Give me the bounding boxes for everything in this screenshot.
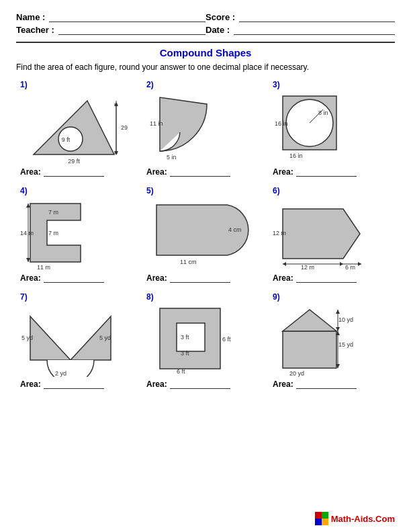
svg-text:11 m: 11 m	[37, 264, 50, 271]
problem-1: 1) 9 ft 29 ft 29 ft	[16, 77, 142, 183]
svg-text:11 in: 11 in	[150, 120, 163, 127]
instructions: Find the area of each figure, round your…	[16, 62, 395, 72]
problem-5: 5) 4 cm 11 cm Area:	[142, 183, 269, 290]
area-line-8	[170, 380, 230, 389]
svg-text:10 yd: 10 yd	[338, 316, 353, 323]
area-label-9: Area:	[273, 380, 293, 389]
area-row-4: Area:	[20, 273, 138, 283]
area-label-5: Area:	[146, 273, 167, 283]
svg-text:5 in: 5 in	[167, 154, 177, 161]
svg-text:6 m: 6 m	[345, 264, 355, 271]
name-label: Name :	[16, 12, 45, 22]
logo-area: Math-Aids.Com	[315, 512, 395, 525]
figure-2: 11 in 5 in	[146, 91, 254, 165]
problem-6: 6) 12 m 12 m 6 m	[269, 183, 395, 290]
svg-marker-31	[283, 262, 286, 266]
figure-5: 4 cm 11 cm	[146, 197, 254, 271]
area-row-3: Area:	[273, 167, 391, 177]
svg-3: 8 in 16 in 16 in	[273, 91, 380, 165]
svg-6: 12 m 12 m 6 m	[273, 197, 380, 271]
svg-text:6 ft: 6 ft	[222, 336, 231, 343]
svg-text:5 yd: 5 yd	[21, 335, 33, 341]
figure-4: 14 m 11 m 7 m 7 m	[20, 197, 128, 271]
problem-8-number: 8)	[146, 292, 265, 302]
svg-text:29 ft: 29 ft	[68, 158, 80, 165]
svg-text:5 yd: 5 yd	[99, 335, 111, 341]
problem-4: 4) 14 m 11 m 7 m 7 m	[16, 183, 142, 290]
figure-8: 6 ft 6 ft 3 ft 3 ft	[146, 303, 254, 377]
svg-text:9 ft: 9 ft	[62, 136, 71, 143]
area-label-1: Area:	[20, 167, 41, 177]
area-line-5	[170, 273, 230, 283]
figure-9: 10 yd 15 yd 20 yd	[273, 303, 380, 377]
svg-text:12 m: 12 m	[301, 264, 314, 271]
svg-rect-61	[315, 519, 322, 525]
area-line-7	[44, 380, 104, 389]
svg-text:20 yd: 20 yd	[289, 370, 304, 377]
area-label-7: Area:	[20, 380, 41, 389]
logo-text: Math-Aids.Com	[331, 514, 395, 524]
svg-marker-35	[358, 262, 361, 266]
svg-text:3 ft: 3 ft	[181, 334, 189, 341]
area-line-1	[44, 167, 104, 177]
problem-9-number: 9)	[273, 292, 391, 302]
svg-text:6 ft: 6 ft	[177, 368, 185, 375]
problem-3-number: 3)	[273, 80, 391, 89]
page: Name : Score : Teacher : Date : Compound…	[0, 0, 411, 532]
svg-2: 11 in 5 in	[146, 91, 254, 165]
area-label-2: Area:	[146, 167, 167, 177]
svg-text:8 in: 8 in	[318, 109, 328, 116]
svg-text:7 m: 7 m	[48, 230, 58, 236]
score-row: Score :	[205, 12, 395, 22]
svg-marker-37	[30, 316, 71, 360]
area-label-8: Area:	[146, 380, 167, 389]
problem-3: 3) 8 in 16 in 16 in Area:	[269, 77, 395, 183]
svg-text:2 yd: 2 yd	[55, 370, 66, 377]
svg-text:11 cm: 11 cm	[180, 259, 197, 265]
svg-text:29 ft: 29 ft	[121, 124, 128, 131]
svg-4: 14 m 11 m 7 m 7 m	[20, 197, 128, 271]
problem-2: 2) 11 in 5 in Area:	[142, 77, 269, 183]
svg-marker-32	[340, 262, 343, 266]
svg-text:16 in: 16 in	[289, 152, 303, 159]
svg-1: 9 ft 29 ft 29 ft	[20, 91, 128, 165]
score-label: Score :	[205, 12, 235, 22]
date-label: Date :	[205, 25, 230, 35]
problem-8: 8) 6 ft 6 ft 3 ft 3 ft Area:	[142, 290, 269, 396]
problem-1-number: 1)	[20, 80, 138, 89]
svg-marker-49	[283, 310, 336, 331]
svg-marker-25	[26, 258, 30, 262]
svg-rect-60	[322, 512, 328, 519]
svg-marker-24	[26, 204, 30, 208]
area-row-9: Area:	[273, 380, 391, 389]
date-row: Date :	[205, 25, 395, 35]
problems-grid: 1) 9 ft 29 ft 29 ft	[16, 77, 395, 396]
svg-rect-59	[315, 512, 322, 519]
svg-text:12 m: 12 m	[273, 230, 286, 236]
svg-marker-54	[336, 310, 340, 314]
problem-5-number: 5)	[146, 186, 265, 195]
svg-rect-62	[322, 519, 328, 525]
figure-7: 5 yd 5 yd 2 yd	[20, 303, 128, 377]
teacher-row: Teacher :	[16, 25, 205, 35]
area-line-2	[170, 167, 230, 177]
area-row-7: Area:	[20, 380, 138, 389]
area-label-6: Area:	[273, 273, 293, 283]
area-row-1: Area:	[20, 167, 138, 177]
score-line	[239, 13, 395, 22]
name-row: Name :	[16, 12, 205, 22]
area-row-6: Area:	[273, 273, 391, 283]
svg-9: 10 yd 15 yd 20 yd	[273, 303, 380, 377]
svg-8: 6 ft 6 ft 3 ft 3 ft	[146, 303, 254, 377]
logo-icon	[315, 512, 328, 525]
figure-1: 9 ft 29 ft 29 ft	[20, 91, 128, 165]
svg-text:16 in: 16 in	[275, 120, 288, 127]
svg-5: 4 cm 11 cm	[146, 197, 254, 271]
problem-6-number: 6)	[273, 186, 391, 195]
area-row-2: Area:	[146, 167, 265, 177]
area-line-6	[296, 273, 357, 283]
svg-text:7 m: 7 m	[48, 209, 58, 216]
page-title: Compound Shapes	[16, 47, 395, 58]
problem-7: 7) 5 yd 5 yd 2 yd Area:	[16, 290, 142, 396]
area-label-4: Area:	[20, 273, 41, 283]
